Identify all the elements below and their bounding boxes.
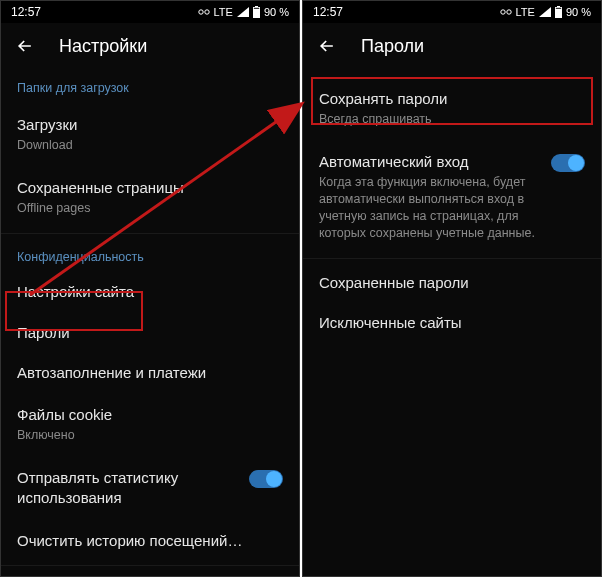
item-sub: Offline pages <box>17 200 283 217</box>
item-title: Исключенные сайты <box>319 313 585 333</box>
item-title: Сохраненные страницы <box>17 178 283 198</box>
svg-point-6 <box>506 10 510 14</box>
item-cookies[interactable]: Файлы cookie Включено <box>1 393 299 456</box>
status-time: 12:57 <box>11 5 41 19</box>
divider <box>303 258 601 259</box>
phone-right-passwords: 12:57 LTE 90 % Пароли Сохранять пароли В… <box>302 0 602 577</box>
item-save-passwords[interactable]: Сохранять пароли Всегда спрашивать <box>303 77 601 140</box>
status-battery: 90 % <box>264 6 289 18</box>
toggle-auto-signin[interactable] <box>551 154 585 172</box>
status-time: 12:57 <box>313 5 343 19</box>
svg-point-1 <box>204 10 208 14</box>
svg-rect-9 <box>556 8 561 9</box>
section-help-header: Справка <box>1 570 299 577</box>
status-bar: 12:57 LTE 90 % <box>1 1 299 23</box>
item-title: Файлы cookie <box>17 405 283 425</box>
divider <box>1 565 299 566</box>
item-autofill[interactable]: Автозаполнение и платежи <box>1 353 299 393</box>
svg-point-5 <box>500 10 504 14</box>
settings-list: Папки для загрузок Загрузки Download Сох… <box>1 69 299 577</box>
volte-icon <box>198 7 210 17</box>
item-sub: Download <box>17 137 283 154</box>
page-title: Настройки <box>59 36 147 57</box>
battery-icon <box>253 6 260 18</box>
item-title: Автозаполнение и платежи <box>17 363 283 383</box>
divider <box>1 233 299 234</box>
item-downloads[interactable]: Загрузки Download <box>1 103 299 166</box>
battery-icon <box>555 6 562 18</box>
item-clear-history[interactable]: Очистить историю посещений… <box>1 521 299 561</box>
app-bar: Пароли <box>303 23 601 69</box>
status-lte: LTE <box>516 6 535 18</box>
item-title: Пароли <box>17 323 283 343</box>
toggle-stats[interactable] <box>249 470 283 488</box>
item-sub: Когда эта функция включена, будет автома… <box>319 174 539 242</box>
item-title: Загрузки <box>17 115 283 135</box>
back-arrow-icon[interactable] <box>317 36 337 56</box>
status-lte: LTE <box>214 6 233 18</box>
passwords-list: Сохранять пароли Всегда спрашивать Автом… <box>303 69 601 343</box>
status-right: LTE 90 % <box>198 6 289 18</box>
volte-icon <box>500 7 512 17</box>
item-title: Настройки сайта <box>17 282 283 302</box>
item-title: Отправлять статистику использования <box>17 468 237 509</box>
item-send-stats[interactable]: Отправлять статистику использования <box>1 456 299 521</box>
item-saved-pages[interactable]: Сохраненные страницы Offline pages <box>1 166 299 229</box>
status-right: LTE 90 % <box>500 6 591 18</box>
back-arrow-icon[interactable] <box>15 36 35 56</box>
item-sub: Включено <box>17 427 283 444</box>
section-downloads-header: Папки для загрузок <box>1 69 299 103</box>
item-sub: Всегда спрашивать <box>319 111 585 128</box>
status-bar: 12:57 LTE 90 % <box>303 1 601 23</box>
item-excluded-sites[interactable]: Исключенные сайты <box>303 303 601 343</box>
app-bar: Настройки <box>1 23 299 69</box>
item-site-settings[interactable]: Настройки сайта <box>1 272 299 312</box>
phone-left-settings: 12:57 LTE 90 % Настройки Папки для загру… <box>0 0 300 577</box>
item-passwords[interactable]: Пароли <box>1 313 299 353</box>
signal-icon <box>237 7 249 17</box>
svg-rect-4 <box>254 8 259 9</box>
item-title: Сохраненные пароли <box>319 273 585 293</box>
svg-rect-8 <box>557 6 560 8</box>
item-auto-signin[interactable]: Автоматический вход Когда эта функция вк… <box>303 140 601 254</box>
status-battery: 90 % <box>566 6 591 18</box>
item-saved-passwords[interactable]: Сохраненные пароли <box>303 263 601 303</box>
item-title: Очистить историю посещений… <box>17 531 283 551</box>
page-title: Пароли <box>361 36 424 57</box>
svg-point-0 <box>198 10 202 14</box>
item-title: Сохранять пароли <box>319 89 585 109</box>
svg-rect-3 <box>255 6 258 8</box>
item-title: Автоматический вход <box>319 152 539 172</box>
signal-icon <box>539 7 551 17</box>
section-privacy-header: Конфиденциальность <box>1 238 299 272</box>
